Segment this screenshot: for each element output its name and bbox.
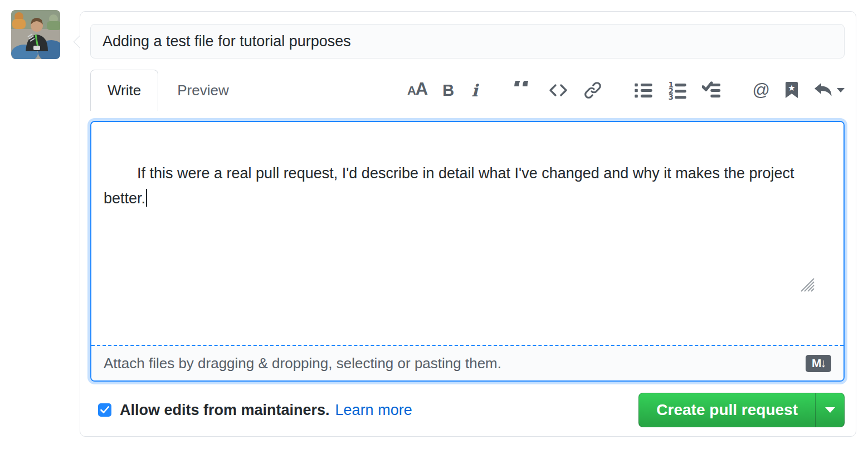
tab-nav: Write Preview [90,70,248,111]
avatar-photo [11,10,60,59]
create-pr-dropdown-button[interactable] [815,393,844,427]
link-icon[interactable] [583,79,602,101]
quote-icon[interactable]: “ [512,81,533,100]
code-icon[interactable] [548,79,568,101]
toolbar-group-text: A A B i [407,79,480,101]
allow-edits-label: Allow edits from maintainers. [120,402,330,419]
form-actions-row: Allow edits from maintainers. Learn more… [90,393,845,427]
markdown-supported-icon[interactable]: M↓ [806,355,831,372]
comment-card: Write Preview A A B i “ [80,11,856,437]
mention-icon[interactable]: @ [753,79,770,101]
comment-editor-box: If this were a real pull request, I'd de… [90,121,845,382]
italic-icon[interactable]: i [469,79,480,101]
attach-hint-text: Attach files by dragging & dropping, sel… [104,355,501,372]
ordered-digit-3: 3 [668,93,673,100]
tab-toolbar-row: Write Preview A A B i “ [90,70,845,111]
ordered-list-icon[interactable]: 1 2 3 [668,79,687,101]
text-cursor [146,189,147,207]
user-avatar[interactable] [11,10,60,59]
saved-replies-icon[interactable]: ★ [785,79,798,101]
allow-edits-group: Allow edits from maintainers. Learn more [90,402,412,419]
toolbar-group-insert: “ [512,79,602,101]
markdown-toolbar: A A B i “ [407,79,845,101]
comment-text: If this were a real pull request, I'd de… [104,165,798,207]
reply-dropdown-caret-icon [837,88,845,92]
pr-create-form: Write Preview A A B i “ [0,0,868,449]
star-glyph: ★ [788,83,795,93]
learn-more-link[interactable]: Learn more [335,402,412,419]
allow-edits-checkbox[interactable] [98,403,111,417]
toolbar-group-lists: 1 2 3 [634,79,721,101]
comment-textarea[interactable]: If this were a real pull request, I'd de… [91,122,843,345]
tab-preview[interactable]: Preview [158,70,247,111]
task-list-icon[interactable] [702,79,721,101]
reply-icon[interactable] [813,79,845,101]
resize-grip[interactable] [799,226,841,342]
create-pull-request-split-button: Create pull request [638,393,845,427]
tab-write[interactable]: Write [90,70,158,111]
toolbar-group-extras: @ ★ [753,79,845,101]
dropdown-caret-icon [825,407,835,413]
unordered-list-icon[interactable] [634,79,653,101]
create-pull-request-button[interactable]: Create pull request [639,393,815,427]
bold-icon[interactable]: B [442,79,454,101]
attach-files-bar[interactable]: Attach files by dragging & dropping, sel… [91,345,843,380]
checkmark-icon [100,406,109,414]
pr-title-input[interactable] [90,24,845,58]
text-size-icon[interactable]: A A [407,79,427,101]
card-caret [74,36,86,48]
